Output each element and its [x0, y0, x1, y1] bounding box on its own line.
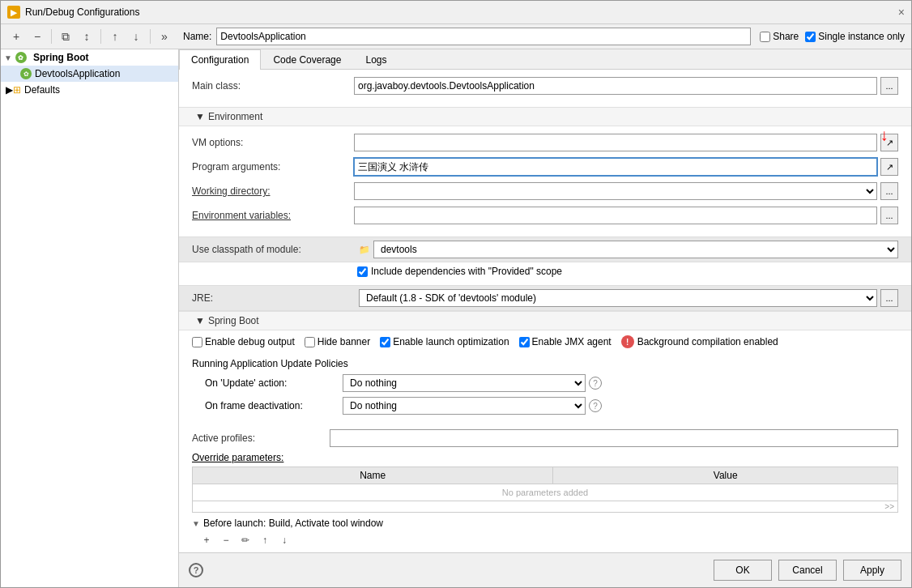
main-content: ▼ ✿ Spring Boot ✿ DevtoolsApplication ▶ …	[1, 49, 911, 587]
environment-section-header[interactable]: ▼ Environment	[179, 107, 911, 126]
program-args-expand-button[interactable]: ↗	[880, 158, 898, 176]
before-launch-title[interactable]: ▼ Before launch: Build, Activate tool wi…	[192, 518, 898, 529]
vm-options-row: VM options: ↗	[192, 133, 898, 152]
share-section: Share Single instance only	[760, 31, 905, 42]
remove-button[interactable]: −	[28, 28, 46, 45]
main-class-control: ...	[354, 77, 898, 95]
spring-boot-section-header[interactable]: ▼ Spring Boot	[179, 311, 911, 330]
sidebar-item-devtools[interactable]: ✿ DevtoolsApplication	[1, 66, 178, 82]
enable-jmx-label[interactable]: Enable JMX agent	[519, 336, 612, 347]
enable-launch-label[interactable]: Enable launch optimization	[380, 336, 509, 347]
program-args-label: Program arguments:	[192, 161, 354, 173]
single-instance-checkbox[interactable]	[805, 32, 816, 42]
add-button[interactable]: +	[7, 28, 25, 45]
params-col-name: Name	[193, 467, 553, 484]
devtools-icon: ✿	[20, 68, 32, 79]
jre-browse-button[interactable]: ...	[880, 289, 898, 307]
environment-arrow: ▼	[195, 111, 205, 122]
working-dir-control: ...	[354, 182, 898, 200]
vm-options-input[interactable]	[354, 134, 877, 151]
on-update-help-icon[interactable]: ?	[589, 377, 602, 390]
on-update-label: On 'Update' action:	[205, 377, 343, 389]
program-args-input[interactable]	[354, 158, 877, 176]
before-launch-down-button[interactable]: ↓	[276, 532, 292, 548]
main-class-browse-button[interactable]: ...	[880, 77, 898, 95]
move-button[interactable]: ↕	[78, 28, 96, 45]
working-dir-label: Working directory:	[192, 185, 354, 197]
enable-jmx-checkbox[interactable]	[519, 337, 530, 347]
main-class-label: Main class:	[192, 80, 354, 92]
single-instance-label[interactable]: Single instance only	[805, 31, 905, 42]
include-deps-row: Include dependencies with "Provided" sco…	[179, 262, 911, 285]
move-down-button[interactable]: ↓	[127, 28, 145, 45]
before-launch-up-button[interactable]: ↑	[257, 532, 273, 548]
on-frame-help-icon[interactable]: ?	[589, 399, 602, 412]
hide-banner-checkbox[interactable]	[305, 337, 315, 347]
title-bar: ▶ Run/Debug Configurations ×	[1, 1, 911, 24]
bg-compilation-group: ! Background compilation enabled	[621, 335, 778, 348]
main-class-section: Main class: ...	[179, 70, 911, 107]
enable-debug-label[interactable]: Enable debug output	[192, 336, 295, 347]
defaults-expand-icon: ▶	[6, 84, 13, 96]
classpath-control: 📁 devtools	[359, 241, 898, 258]
working-dir-browse-button[interactable]: ...	[880, 182, 898, 200]
override-params-section: Override parameters: Name Value No par	[192, 452, 898, 513]
on-frame-select[interactable]: Do nothing Update classes and resources …	[343, 397, 586, 415]
program-args-row: Program arguments: ↗	[192, 157, 898, 177]
sidebar-group-springboot[interactable]: ▼ ✿ Spring Boot	[1, 49, 178, 66]
copy-button[interactable]: ⧉	[57, 28, 75, 45]
enable-debug-checkbox[interactable]	[192, 337, 202, 347]
sidebar-item-defaults[interactable]: ▶ ⊞ Defaults	[1, 82, 178, 98]
window-icon: ▶	[7, 6, 20, 19]
include-deps-checkbox[interactable]	[357, 266, 368, 277]
move-up-button[interactable]: ↑	[106, 28, 124, 45]
working-dir-row: Working directory: ...	[192, 181, 898, 201]
working-dir-select[interactable]	[354, 182, 877, 200]
help-section: ?	[189, 563, 203, 577]
classpath-label: Use classpath of module:	[192, 244, 354, 255]
hide-banner-label[interactable]: Hide banner	[305, 336, 370, 347]
tab-logs[interactable]: Logs	[353, 49, 398, 70]
cancel-button[interactable]: Cancel	[778, 560, 837, 581]
tab-content: Main class: ... ▼ Environment ↑	[179, 70, 911, 552]
enable-launch-checkbox[interactable]	[380, 337, 390, 347]
help-icon[interactable]: ?	[189, 563, 203, 577]
before-launch-section: ▼ Before launch: Build, Activate tool wi…	[179, 513, 911, 552]
toolbar-separator-1	[51, 29, 52, 44]
on-update-select[interactable]: Do nothing Update classes and resources …	[343, 374, 586, 392]
jre-select[interactable]: Default (1.8 - SDK of 'devtools' module)	[359, 289, 877, 307]
params-footer-arrow: >>	[884, 502, 894, 511]
more-button[interactable]: »	[156, 28, 173, 45]
bottom-bar: ? OK Cancel Apply	[179, 552, 911, 587]
sidebar-devtools-label: DevtoolsApplication	[35, 68, 120, 79]
table-row: No parameters added	[193, 484, 898, 501]
before-launch-remove-button[interactable]: −	[218, 532, 234, 548]
close-button[interactable]: ×	[898, 6, 905, 19]
before-launch-add-button[interactable]: +	[198, 532, 215, 548]
toolbar: + − ⧉ ↕ ↑ ↓ » Name: Share Single instanc…	[1, 24, 911, 49]
share-checkbox[interactable]	[760, 32, 770, 42]
include-deps-label[interactable]: Include dependencies with "Provided" sco…	[357, 266, 898, 282]
expand-icon: ▼	[4, 53, 12, 62]
spring-icon: ✿	[15, 52, 27, 63]
running-policies-section: Running Application Update Policies On '…	[179, 353, 911, 424]
params-table: Name Value No parameters added	[192, 467, 898, 501]
apply-button[interactable]: Apply	[843, 560, 901, 581]
red-arrow-indicator: ↑	[880, 128, 889, 147]
classpath-select[interactable]: devtools	[373, 241, 898, 258]
tab-configuration[interactable]: Configuration	[179, 49, 261, 70]
ok-button[interactable]: OK	[714, 560, 772, 581]
env-vars-label: Environment variables:	[192, 210, 354, 221]
spring-boot-arrow: ▼	[195, 315, 205, 326]
share-label[interactable]: Share	[760, 31, 799, 42]
env-vars-browse-button[interactable]: ...	[880, 207, 898, 224]
name-input[interactable]	[216, 28, 751, 45]
toolbar-separator-2	[100, 29, 101, 44]
warning-icon: !	[621, 335, 634, 348]
env-vars-input[interactable]	[354, 207, 877, 224]
main-class-input[interactable]	[354, 77, 877, 95]
before-launch-edit-button[interactable]: ✏	[237, 532, 254, 548]
env-vars-row: Environment variables: ...	[192, 206, 898, 225]
tab-code-coverage[interactable]: Code Coverage	[261, 49, 353, 70]
active-profiles-input[interactable]	[330, 429, 898, 447]
